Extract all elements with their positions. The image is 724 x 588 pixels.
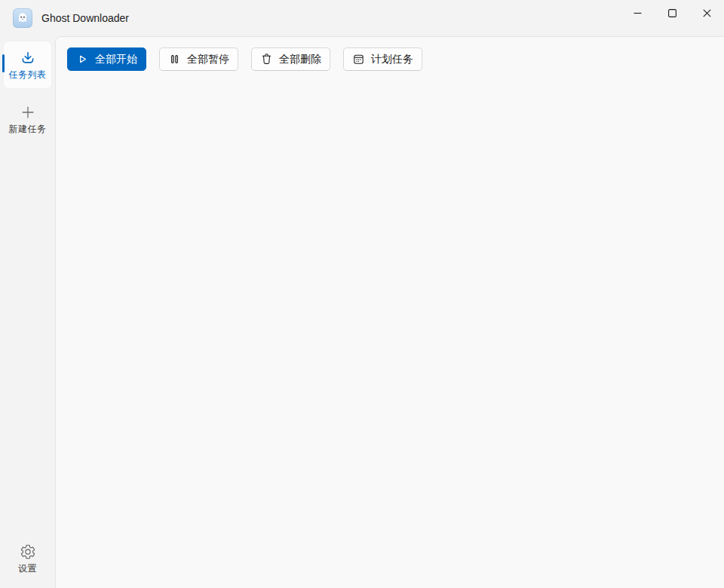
gear-icon [20, 544, 36, 560]
button-label: 计划任务 [371, 53, 413, 66]
minimize-button[interactable] [620, 0, 655, 26]
sidebar-item-label: 设置 [18, 562, 37, 575]
titlebar: Ghost Downloader [0, 0, 724, 36]
window-title: Ghost Downloader [41, 12, 129, 24]
toolbar: 全部开始 全部暂停 [67, 47, 724, 71]
sidebar-item-label: 新建任务 [9, 123, 47, 136]
main-panel: 全部开始 全部暂停 [55, 36, 724, 588]
close-icon [703, 9, 711, 17]
selection-indicator [2, 54, 5, 72]
maximize-button[interactable] [655, 0, 689, 26]
sidebar: 任务列表 新建任务 设置 [0, 36, 55, 588]
sidebar-item-settings[interactable]: 设置 [4, 535, 51, 582]
start-all-button[interactable]: 全部开始 [67, 47, 146, 71]
close-button[interactable] [689, 0, 724, 26]
sidebar-spacer [0, 150, 55, 535]
delete-all-button[interactable]: 全部删除 [251, 47, 330, 71]
scheduled-tasks-button[interactable]: 计划任务 [343, 47, 422, 71]
sidebar-item-new-task[interactable]: 新建任务 [4, 96, 51, 142]
app-logo-ghost-icon [13, 8, 32, 28]
sidebar-item-task-list[interactable]: 任务列表 [4, 41, 51, 88]
button-label: 全部开始 [95, 53, 137, 66]
minimize-icon [634, 9, 642, 17]
calendar-icon [352, 53, 365, 66]
button-label: 全部暂停 [187, 53, 229, 66]
trash-icon [260, 53, 273, 66]
pause-icon [168, 53, 181, 66]
button-label: 全部删除 [279, 53, 321, 66]
pause-all-button[interactable]: 全部暂停 [159, 47, 238, 71]
play-icon [76, 53, 89, 66]
window-controls [620, 0, 724, 26]
sidebar-item-label: 任务列表 [9, 69, 47, 81]
task-list-empty-area [67, 71, 724, 588]
maximize-icon [668, 9, 676, 17]
download-icon [20, 50, 36, 66]
plus-icon [20, 104, 36, 121]
